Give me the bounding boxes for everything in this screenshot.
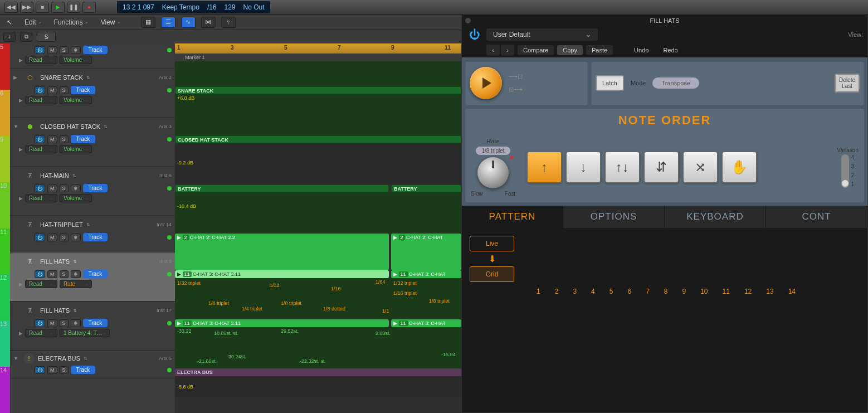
tab-options[interactable]: OPTIONS <box>563 206 665 228</box>
automation-mode-button[interactable]: Track <box>83 46 108 54</box>
rate-knob[interactable] <box>477 157 509 188</box>
rec-enable[interactable] <box>167 48 172 52</box>
mute-button[interactable]: M <box>47 366 57 374</box>
tab-controller[interactable]: CONT <box>766 206 867 228</box>
play-icon[interactable]: ▶ <box>19 147 23 152</box>
automation-mode-button[interactable]: Track <box>83 270 108 278</box>
arp-play-button[interactable] <box>470 67 502 99</box>
send-icon[interactable]: ⊡⟶ <box>509 86 523 93</box>
track-row[interactable]: ⊼ FILL HATS ⇅ Inst 17 ⏻ M S ❄ Track ▶ Re… <box>10 302 175 351</box>
mute-button[interactable]: M <box>47 234 57 241</box>
power-button[interactable]: ⏻ <box>35 234 45 241</box>
preset-prev-button[interactable]: ‹ <box>486 45 500 56</box>
track-row-selected[interactable]: ⊼ FILL HATS ⇅ Inst 9 ⏻ M S ❄ Track ▶ Rea… <box>10 252 175 302</box>
transport-forward[interactable]: ▶▶ <box>20 2 33 13</box>
mute-button[interactable]: M <box>47 319 57 327</box>
mute-button[interactable]: M <box>47 135 57 143</box>
latch-button[interactable]: Latch <box>596 75 624 91</box>
track-row[interactable]: ⏻ M S ❄ Track ▶ Read⌄ Volume⌄ <box>10 43 175 69</box>
power-button[interactable]: ⏻ <box>35 184 45 192</box>
automation-mode-button[interactable]: Track <box>83 319 108 327</box>
power-button[interactable]: ⏻ <box>35 319 45 327</box>
track-row[interactable]: ⊼ HAT-MAIN ⇅ Inst 6 ⏻ M S ❄ Track ▶ Read… <box>10 167 175 216</box>
undo-button[interactable]: Undo <box>628 45 654 55</box>
transport-pause[interactable]: ❚❚ <box>67 2 80 13</box>
marker-row[interactable]: Marker 1 <box>175 54 461 61</box>
region-body[interactable]: -9.2 dB <box>175 143 461 184</box>
play-icon[interactable]: ▶ <box>19 57 23 63</box>
automation-read-dropdown[interactable]: Read⌄ <box>25 145 57 153</box>
order-down-button[interactable]: ↓ <box>565 151 601 183</box>
close-icon[interactable] <box>465 18 471 23</box>
disclosure-icon[interactable]: ▶ <box>13 75 20 80</box>
automation-view-icon[interactable]: ∿ <box>181 17 196 28</box>
capture-icon[interactable]: ⟶⊡ <box>509 73 523 80</box>
arrange-area[interactable]: 1 3 5 7 9 11 Marker 1 SNARE STACK +6.0 d… <box>175 43 461 413</box>
list-view-icon[interactable]: ☰ <box>161 17 175 28</box>
automation-param-dropdown[interactable]: 1 Battery 4: T…⌄ <box>60 329 110 337</box>
automation-mode-button[interactable]: Track <box>71 366 96 374</box>
midi-region[interactable]: ▶ 11 C-HAT 3: C-HAT 3.11 <box>175 319 389 327</box>
freeze-button[interactable]: ❄ <box>71 234 81 241</box>
track-row[interactable]: ⊼ HAT-TRIPPLET ⇅ Inst 14 ⏻ M S ❄ Track <box>10 216 175 252</box>
filter-icon[interactable]: ⫯ <box>221 17 236 28</box>
automation-param-dropdown[interactable]: Volume⌄ <box>60 56 92 64</box>
region[interactable] <box>175 61 461 86</box>
menu-view[interactable]: View⌄ <box>97 17 124 27</box>
automation-lane[interactable]: 1/32 triplet 1/32 1/16 1/64 1/32 triplet… <box>175 278 461 319</box>
automation-read-dropdown[interactable]: Read⌄ <box>25 329 57 337</box>
lcd-output[interactable]: No Out <box>243 3 265 11</box>
solo-button[interactable]: S <box>60 184 69 192</box>
pointer-tool[interactable]: ↖ <box>3 17 16 27</box>
automation-mode-button[interactable]: Track <box>71 86 96 94</box>
rec-enable[interactable] <box>167 368 172 372</box>
freeze-button[interactable]: ❄ <box>71 270 81 278</box>
lcd-tempo[interactable]: 129 <box>225 3 236 11</box>
automation-read-dropdown[interactable]: Read⌄ <box>25 96 57 104</box>
power-button[interactable]: ⏻ <box>35 270 45 278</box>
play-icon[interactable]: ▶ <box>19 98 23 103</box>
solo-button[interactable]: S <box>60 46 69 54</box>
automation-mode-button[interactable]: Track <box>71 135 96 143</box>
live-button[interactable]: Live <box>470 236 514 251</box>
track-row[interactable]: ▶ ⬡ SNARE STACK ⇅ Aux 2 ⏻ M S Track ▶ Re… <box>10 69 175 118</box>
region-header[interactable]: BATTERY <box>175 184 389 192</box>
mute-button[interactable]: M <box>47 270 57 278</box>
order-converge-button[interactable]: ⇵ <box>643 151 679 183</box>
automation-read-dropdown[interactable]: Read⌄ <box>25 194 57 202</box>
automation-lane[interactable]: -33.22 10.08st. st. -21.60st. 30.24st. 2… <box>175 327 461 368</box>
menu-edit[interactable]: Edit⌄ <box>21 17 45 27</box>
automation-param-dropdown[interactable]: Volume⌄ <box>60 96 92 104</box>
solo-button[interactable]: S <box>60 135 69 143</box>
add-track-button[interactable]: + <box>3 32 16 42</box>
transport-record[interactable]: ● <box>82 2 96 13</box>
rate-value[interactable]: 1/8 triplet <box>476 147 510 155</box>
solo-button[interactable]: S <box>60 234 69 241</box>
power-button[interactable]: ⏻ <box>35 46 45 54</box>
disclosure-icon[interactable]: ▼ <box>13 124 20 129</box>
track-row[interactable]: ▼ ! ELECTRA BUS ⇅ Aux 5 ⏻ M S Track <box>10 351 175 378</box>
rec-enable[interactable] <box>167 272 172 276</box>
play-icon[interactable]: ▶ <box>19 196 23 201</box>
global-solo[interactable]: S <box>37 32 56 42</box>
redo-button[interactable]: Redo <box>657 45 683 55</box>
region-header[interactable]: CLOSED HAT STACK <box>175 135 461 143</box>
grid-view-icon[interactable]: ▦ <box>141 17 155 28</box>
mute-button[interactable]: M <box>47 184 57 192</box>
solo-button[interactable]: S <box>60 270 69 278</box>
grid-button[interactable]: Grid <box>470 266 514 282</box>
midi-region[interactable]: ▶ 11 C-HAT 3: C-HAT <box>391 319 461 327</box>
tab-keyboard[interactable]: KEYBOARD <box>665 206 766 228</box>
freeze-button[interactable]: ❄ <box>71 184 81 192</box>
rec-enable[interactable] <box>167 88 172 93</box>
lcd-position[interactable]: 13 2 1 097 <box>123 3 154 11</box>
midi-region[interactable]: ▶ 2 C-HAT 2: C-HAT <box>391 234 461 270</box>
play-icon[interactable]: ▶ <box>19 281 23 287</box>
preset-dropdown[interactable]: User Default⌄ <box>486 28 598 41</box>
delete-last-button[interactable]: Delete Last <box>835 74 860 93</box>
midi-region[interactable]: ▶ 2 C-HAT 2: C-HAT 2.2 <box>175 234 389 270</box>
freeze-button[interactable]: ❄ <box>71 319 81 327</box>
automation-param-dropdown[interactable]: Volume⌄ <box>60 145 92 153</box>
mute-button[interactable]: M <box>47 86 57 94</box>
midi-region-selected[interactable]: ▶ 11 C-HAT 3: C-HAT 3.11 <box>175 270 389 278</box>
